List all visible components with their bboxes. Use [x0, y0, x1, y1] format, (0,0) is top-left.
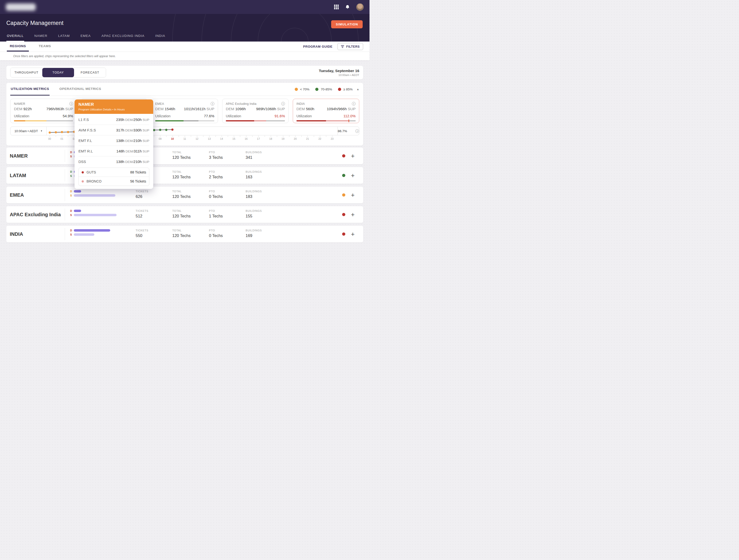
- utilization-label: Utilization: [155, 114, 171, 118]
- card-hours-row: DEM 1098h989h/1068h SUP: [226, 107, 285, 111]
- notifications-bell-icon[interactable]: [345, 5, 350, 10]
- timeline-dot[interactable]: [159, 129, 161, 131]
- subnav-tabs: REGIONSTEAMS: [0, 41, 54, 51]
- stat-value: 120 Techs: [172, 194, 191, 199]
- axis-tick: [307, 136, 308, 137]
- s-bar: [74, 233, 94, 236]
- info-icon[interactable]: i: [69, 102, 73, 106]
- stat-value: 120 Techs: [172, 175, 191, 179]
- region-card-apac-excluding-india[interactable]: APAC Excluding IndiaiDEM 1098h989h/1068h…: [222, 99, 289, 123]
- d-bar: [74, 229, 110, 232]
- tab-emea[interactable]: EMEA: [80, 34, 91, 41]
- region-card-india[interactable]: INDIAiDEM 560h1094h/966h SUPUtilization1…: [293, 99, 359, 123]
- popup-header: NAMER Program Utilization Details • In H…: [75, 100, 153, 114]
- apps-grid-icon[interactable]: [334, 5, 339, 9]
- axis-tick: [62, 136, 62, 137]
- program-sup-unit: SUP: [142, 160, 149, 164]
- hour-label-13: 13: [208, 137, 211, 140]
- info-icon[interactable]: i: [352, 102, 355, 106]
- filters-button[interactable]: FILTERS: [337, 43, 363, 50]
- toggle-forecast[interactable]: FORECAST: [74, 68, 106, 77]
- row-expand-button[interactable]: +: [351, 192, 354, 198]
- bar-segment: [14, 120, 25, 122]
- utilization-legend: < 70%70-85%≥ 85%: [295, 83, 353, 96]
- info-icon[interactable]: i: [355, 129, 359, 133]
- d-bar: [74, 210, 81, 212]
- tab-india[interactable]: INDIA: [155, 34, 166, 41]
- stat-value: 163: [246, 175, 262, 179]
- sup-values: 796h/863h: [46, 107, 64, 111]
- time-selector-dropdown[interactable]: 10:00am • AEDT ▼: [10, 127, 47, 135]
- stat-header: TOTAL: [172, 151, 191, 154]
- tab-overall[interactable]: OVERALL: [6, 34, 24, 41]
- ticket-count: 88 Tickets: [130, 170, 146, 174]
- timeline-dot[interactable]: [55, 131, 57, 133]
- stat-header: BUILDINGS: [246, 151, 262, 154]
- hour-label-01: 01: [60, 137, 63, 140]
- program-sup-unit: SUP: [142, 150, 149, 153]
- row-expand-button[interactable]: +: [351, 153, 354, 159]
- simulation-button[interactable]: SIMULATION: [331, 20, 363, 28]
- bar-segment: [155, 120, 183, 122]
- stat-header: TOTAL: [172, 229, 191, 232]
- program-name: AVM F.S.S: [79, 128, 96, 132]
- hour-label-14: 14: [220, 137, 223, 140]
- table-row-emea: EMEADSTICKETS626TOTAL120 TechsPTO0 Techs…: [6, 187, 363, 203]
- subtab-regions[interactable]: REGIONS: [7, 41, 29, 51]
- dem-label: DEM: [155, 107, 165, 111]
- stat-value: 120 Techs: [172, 155, 191, 160]
- table-row-latam: LATAMDSTOTAL120 TechsPTO2 TechsBUILDINGS…: [6, 167, 363, 184]
- program-name: EMT R.L: [79, 149, 93, 153]
- ds-line: S: [70, 214, 117, 216]
- timeline-dot[interactable]: [165, 129, 167, 131]
- card-region-name: INDIA: [296, 102, 305, 106]
- stat-pto: PTO0 Techs: [209, 190, 223, 199]
- dem-label: DEM: [296, 107, 306, 111]
- axis-tick: [154, 136, 154, 137]
- tab-operational-metrics[interactable]: OPERATIONAL METRICS: [59, 83, 102, 96]
- axis-tick: [301, 136, 302, 137]
- stat-buildings: BUILDINGS163: [246, 170, 262, 179]
- axis-tick: [185, 136, 185, 137]
- collapse-panel-icon[interactable]: ▲: [356, 83, 359, 96]
- timeline-dot[interactable]: [49, 132, 51, 134]
- sup-label: SUP: [347, 107, 355, 111]
- ds-line: S: [70, 194, 115, 197]
- axis-tick: [283, 136, 283, 137]
- popup-title: NAMER: [79, 102, 149, 107]
- toggle-today[interactable]: TODAY: [42, 68, 74, 77]
- row-region-name: INDIA: [10, 231, 65, 237]
- timeline-dot[interactable]: [153, 129, 155, 131]
- program-guide-link[interactable]: PROGRAM GUIDE: [303, 45, 332, 48]
- tab-apac-excluding-india[interactable]: APAC EXCLUDING INDIA: [101, 34, 145, 41]
- timeline-dot[interactable]: [67, 131, 69, 133]
- stat-pto: PTO3 Techs: [209, 151, 223, 160]
- stat-header: BUILDINGS: [246, 209, 262, 212]
- namer-utilization-popup: NAMER Program Utilization Details • In H…: [75, 100, 153, 189]
- sup-values: 1094h/966h: [327, 107, 347, 111]
- tab-namer[interactable]: NAMER: [34, 34, 48, 41]
- stat-value: 0 Techs: [209, 233, 223, 238]
- row-expand-button[interactable]: +: [351, 231, 354, 237]
- subtab-teams[interactable]: TEAMS: [36, 41, 54, 51]
- utilization-value: 91.6%: [274, 114, 285, 118]
- region-card-emea[interactable]: EMEAiDEM 1546h1011h/1611h SUPUtilization…: [152, 99, 218, 123]
- toggle-throughput[interactable]: THROUGHPUT: [10, 68, 42, 77]
- tab-latam[interactable]: LATAM: [58, 34, 70, 41]
- utilization-value: 112.0%: [343, 114, 355, 118]
- row-expand-button[interactable]: +: [351, 172, 354, 179]
- info-icon[interactable]: i: [211, 102, 214, 106]
- row-expand-button[interactable]: +: [351, 211, 354, 218]
- info-icon[interactable]: i: [281, 102, 285, 106]
- program-name: EMT F.L: [79, 139, 92, 143]
- user-avatar[interactable]: [356, 3, 363, 11]
- ticket-status-dot: [82, 171, 84, 173]
- legend-item: 70-85%: [315, 87, 332, 91]
- program-sup-unit: SUP: [142, 139, 149, 143]
- sup-label: SUP: [276, 107, 285, 111]
- d-label: D: [70, 229, 72, 232]
- ticket-program-name: GUTS: [87, 170, 96, 174]
- row-divider: [65, 189, 65, 201]
- tab-utilization-metrics[interactable]: UTILIZATION METRICS: [10, 83, 49, 96]
- region-card-namer[interactable]: NAMERiDEM 922h796h/863h SUPUtilization54…: [10, 99, 77, 123]
